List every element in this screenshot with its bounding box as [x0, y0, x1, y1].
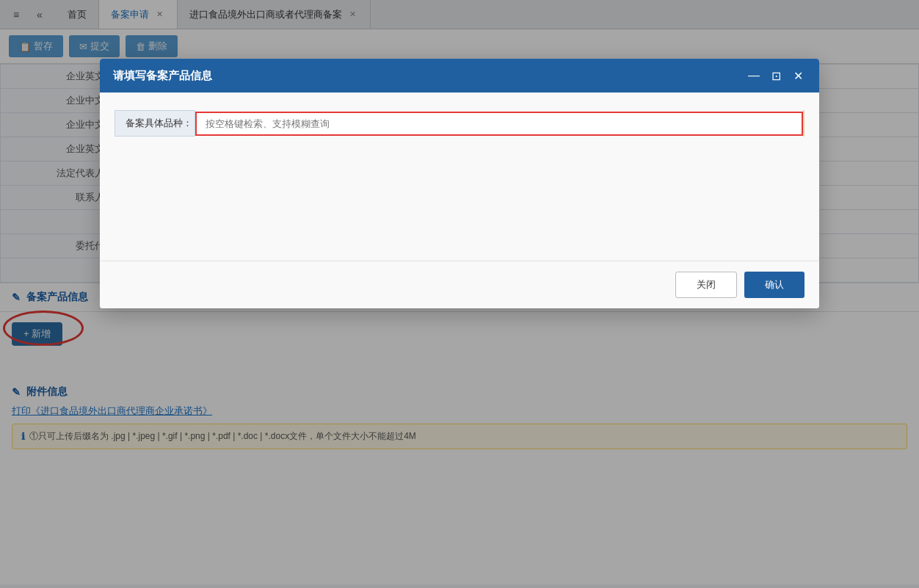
- modal-maximize-button[interactable]: ⊡: [768, 68, 784, 84]
- modal-confirm-btn[interactable]: 确认: [744, 272, 804, 298]
- modal-header: 请填写备案产品信息 — ⊡ ✕: [100, 64, 819, 92]
- modal-body: 备案具体品种：: [100, 92, 819, 261]
- modal-close-button[interactable]: ✕: [790, 68, 806, 84]
- modal-minimize-button[interactable]: —: [746, 68, 762, 84]
- modal-input-yellow-area: [803, 110, 804, 137]
- modal-field-label-0: 备案具体品种：: [115, 110, 195, 137]
- modal-close-btn[interactable]: 关闭: [675, 272, 737, 298]
- modal-title: 请填写备案产品信息: [113, 69, 212, 83]
- main-content: 企业英文名称 企业中文名称 企业中文地址 企业英文地址: [0, 64, 919, 584]
- modal-form-row-0: 备案具体品种：: [115, 110, 804, 137]
- modal-search-input[interactable]: [195, 112, 803, 136]
- modal-header-controls: — ⊡ ✕: [746, 68, 806, 84]
- modal-footer: 关闭 确认: [100, 261, 819, 308]
- modal-dialog: 请填写备案产品信息 — ⊡ ✕ 备案具体品种： 关闭 确认: [100, 64, 819, 308]
- modal-overlay: 请填写备案产品信息 — ⊡ ✕ 备案具体品种： 关闭 确认: [0, 64, 919, 584]
